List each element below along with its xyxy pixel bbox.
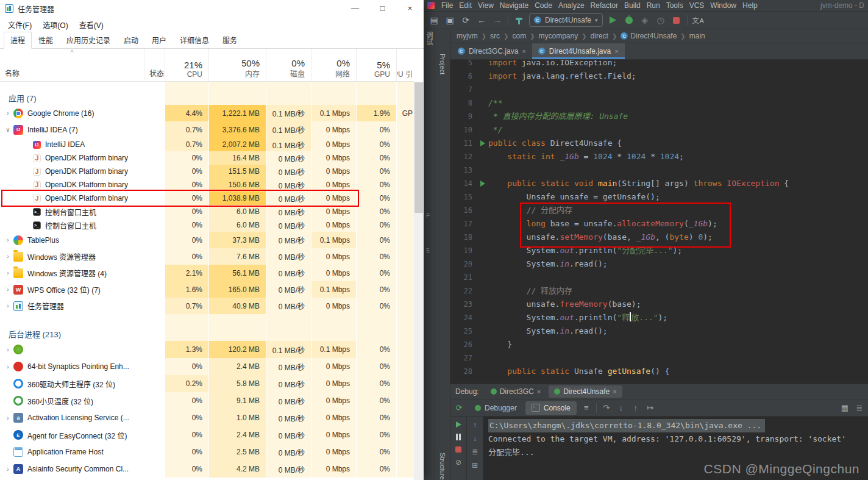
column-header-gpu[interactable]: 5%GPU [356,49,396,81]
line-number[interactable]: 19 [450,244,477,257]
debug-stripe-label[interactable]: 调试 [424,32,434,45]
process-group-header[interactable]: 后台进程 (213) [0,326,414,341]
expander-icon[interactable]: › [4,237,12,243]
menu-item-run[interactable]: Run [644,1,663,10]
line-number[interactable]: 6 [450,70,477,83]
tm-scrollbar[interactable] [414,82,424,480]
breadcrumb-item-myjvm[interactable]: myjvm [457,32,478,40]
debug-button[interactable] [624,15,635,26]
code-line[interactable]: 13 [450,163,868,177]
code-line[interactable]: 17 long base = unsafe.allocateMemory(_1G… [450,217,868,231]
process-row[interactable]: EAgent for EasyConnect (32 位)0%2.4 MB0 M… [0,426,414,443]
line-number[interactable]: 24 [450,311,477,324]
expander-icon[interactable]: › [4,466,12,473]
tm-tab-4[interactable]: 用户 [145,32,173,49]
line-number[interactable]: 27 [450,351,477,365]
debug-session-tab-0[interactable]: Direct3GC× [485,385,546,398]
menu-item-code[interactable]: Code [532,1,555,10]
process-row[interactable]: JOpenJDK Platform binary0%16.4 MB0 MB/秒0… [0,151,414,165]
scroll-down-icon[interactable]: ↓ [473,435,477,442]
process-row[interactable]: ›1.3%120.2 MB0.1 MB/秒0.1 Mbps0% [0,341,414,358]
code-editor[interactable]: 5import java.io.IOException;6import java… [450,60,868,384]
tm-menu-item-0[interactable]: 文件(F) [2,20,37,30]
tm-tab-5[interactable]: 详细信息 [173,32,216,49]
step-out-icon[interactable]: ↑ [631,403,641,412]
process-row[interactable]: 360驱动大师主程序 (32 位)0.2%5.8 MB0 MB/秒0 Mbps0… [0,375,414,392]
stop-button[interactable] [671,15,682,26]
structure-stripe-label[interactable]: Structure [439,453,446,480]
expander-icon[interactable]: › [4,253,12,260]
expander-icon[interactable]: › [4,110,12,116]
process-row[interactable]: ›任务管理器0.7%40.9 MB0 MB/秒0 Mbps0% [0,298,414,314]
process-row[interactable]: ∨IJIntelliJ IDEA (7)0.7%3,376.6 MB0.1 MB… [0,121,414,138]
code-line[interactable]: 25 System.in.read(); [450,324,868,338]
close-tab-icon[interactable]: × [614,48,618,55]
line-number[interactable]: 11 [450,137,477,150]
menu-item-view[interactable]: View [475,1,497,10]
code-line[interactable]: 20 System.in.read(); [450,257,868,271]
code-line[interactable]: 23 unsafe.freeMemory(base); [450,298,868,311]
expander-icon[interactable]: › [4,303,12,309]
step-over-icon[interactable]: ↷ [602,403,611,412]
run-to-cursor-icon[interactable]: ↦ [646,403,655,412]
open-icon[interactable]: ▤ [429,15,439,26]
menu-item-build[interactable]: Build [621,1,644,10]
close-tab-icon[interactable]: × [613,388,616,395]
breadcrumb-item-src[interactable]: src [490,32,500,40]
breadcrumb-item-direct[interactable]: direct [591,32,608,40]
process-row[interactable]: ›Windows 资源管理器0%7.6 MB0 MB/秒0 Mbps0% [0,248,414,265]
tm-menu-item-1[interactable]: 选项(O) [37,20,73,30]
breadcrumb-item-main[interactable]: main [689,32,705,40]
console-line-1[interactable]: Connected to the target VM, address: '12… [488,432,868,446]
expander-icon[interactable]: › [4,286,12,293]
tm-menu-item-2[interactable]: 查看(V) [74,20,109,30]
process-row[interactable]: JOpenJDK Platform binary0%151.5 MB0 MB/秒… [0,165,414,178]
line-number[interactable]: 25 [450,324,477,338]
code-line[interactable]: 6import java.lang.reflect.Field; [450,70,868,83]
line-number[interactable]: 18 [450,231,477,244]
code-line[interactable]: 8/** [450,96,868,110]
rerun-icon[interactable]: ⟳ [454,403,464,412]
menu-item-refactor[interactable]: Refactor [588,1,621,10]
code-line[interactable]: 14 public static void main(String[] args… [450,177,868,190]
save-icon[interactable]: ▣ [444,15,455,26]
code-line[interactable]: 11public class Direct4Unsafe { [450,137,868,150]
breadcrumb-item-direct4unsafe[interactable]: CDirect4Unsafe [621,32,677,40]
process-row[interactable]: ›AAsiainfo Security Common Cl...0%4.2 MB… [0,460,414,478]
process-row[interactable]: IJIntelliJ IDEA0.7%2,007.2 MB0.1 MB/秒0 M… [0,138,414,151]
console-line-0[interactable]: C:\Users\zhangm\.jdks\corretto-1.8.0_342… [488,419,765,432]
code-line[interactable]: 5import java.io.IOException; [450,60,868,70]
code-line[interactable]: 12 static int _1Gb = 1024 * 1024 * 1024; [450,150,868,163]
code-line[interactable]: 18 unsafe.setMemory(base, _1Gb, (byte) 0… [450,231,868,244]
run-gutter-icon[interactable] [477,137,488,150]
layout-settings-icon[interactable]: ≣ [855,403,864,412]
code-line[interactable]: 19 System.out.println("分配完毕..."); [450,244,868,257]
minimize-button[interactable]: — [341,0,369,17]
process-group-header[interactable]: 应用 (7) [0,90,414,105]
pause-button[interactable] [456,434,461,440]
expander-icon[interactable]: ∨ [4,126,12,133]
close-button[interactable]: × [396,0,424,17]
process-row[interactable]: >_控制台窗口主机0%6.0 MB0 MB/秒0 Mbps0% [0,205,414,218]
resume-button[interactable] [456,421,461,428]
run-gutter-icon[interactable] [477,177,488,190]
sync-icon[interactable]: ⟳ [460,15,471,26]
scroll-to-end-icon[interactable]: ⊞ [472,462,478,469]
line-number[interactable]: 14 [450,177,477,190]
editor-tab-1[interactable]: CDirect4Unsafe.java× [532,43,625,59]
column-header-name[interactable]: ^名称 [0,49,144,81]
line-number[interactable]: 9 [450,110,477,123]
code-line[interactable]: 15 Unsafe unsafe = getUnsafe(); [450,190,868,204]
expander-icon[interactable]: › [4,270,12,276]
line-number[interactable]: 21 [450,271,477,284]
view-tab-debugger[interactable]: Debugger [469,401,523,415]
code-line[interactable]: 10 */ [450,123,868,137]
process-row[interactable]: JOpenJDK Platform binary0%1,038.9 MB0 MB… [0,192,414,205]
line-number[interactable]: 15 [450,190,477,204]
line-number[interactable]: 22 [450,284,477,298]
mute-breakpoints-icon[interactable]: ⊘ [455,459,461,466]
step-into-icon[interactable]: ↓ [616,403,626,412]
code-line[interactable]: 26 } [450,338,868,351]
profiler-icon[interactable]: ◷ [655,15,666,26]
tm-tab-2[interactable]: 应用历史记录 [60,32,117,49]
